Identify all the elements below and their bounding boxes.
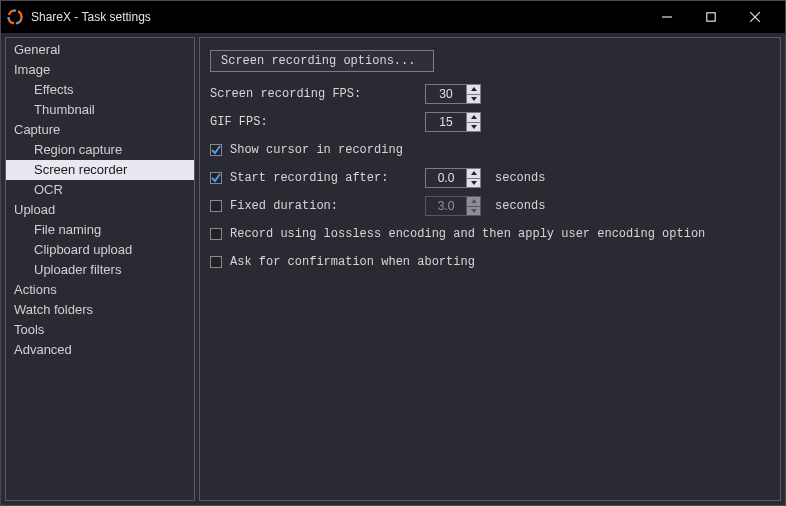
titlebar: ShareX - Task settings xyxy=(1,1,785,33)
spinner-up-icon[interactable] xyxy=(467,113,480,123)
spinner-up-icon xyxy=(467,197,480,207)
svg-marker-11 xyxy=(471,181,477,185)
tree-item-thumbnail[interactable]: Thumbnail xyxy=(6,100,194,120)
tree-item-actions[interactable]: Actions xyxy=(6,280,194,300)
lossless-checkbox[interactable] xyxy=(210,228,222,240)
settings-tree[interactable]: GeneralImageEffectsThumbnailCaptureRegio… xyxy=(5,37,195,501)
fixed-duration-label: Fixed duration: xyxy=(230,199,338,213)
tree-item-ocr[interactable]: OCR xyxy=(6,180,194,200)
tree-item-screen-recorder[interactable]: Screen recorder xyxy=(6,160,194,180)
spinner-up-icon[interactable] xyxy=(467,85,480,95)
svg-marker-10 xyxy=(471,171,477,175)
start-after-suffix: seconds xyxy=(495,171,545,185)
confirm-abort-label: Ask for confirmation when aborting xyxy=(230,255,475,269)
confirm-abort-checkbox[interactable] xyxy=(210,256,222,268)
tree-item-advanced[interactable]: Advanced xyxy=(6,340,194,360)
maximize-button[interactable] xyxy=(689,1,733,33)
svg-rect-3 xyxy=(707,13,715,21)
tree-item-tools[interactable]: Tools xyxy=(6,320,194,340)
minimize-button[interactable] xyxy=(645,1,689,33)
close-button[interactable] xyxy=(733,1,777,33)
tree-item-effects[interactable]: Effects xyxy=(6,80,194,100)
svg-marker-6 xyxy=(471,87,477,91)
gif-fps-label: GIF FPS: xyxy=(210,115,425,129)
svg-marker-7 xyxy=(471,97,477,101)
spinner-down-icon[interactable] xyxy=(467,95,480,104)
tree-item-region-capture[interactable]: Region capture xyxy=(6,140,194,160)
tree-item-image[interactable]: Image xyxy=(6,60,194,80)
tree-item-watch-folders[interactable]: Watch folders xyxy=(6,300,194,320)
start-after-checkbox[interactable] xyxy=(210,172,222,184)
fps-label: Screen recording FPS: xyxy=(210,87,425,101)
app-logo-icon xyxy=(7,9,23,25)
svg-marker-8 xyxy=(471,115,477,119)
spinner-up-icon[interactable] xyxy=(467,169,480,179)
show-cursor-checkbox[interactable] xyxy=(210,144,222,156)
gif-fps-value: 15 xyxy=(426,113,466,131)
show-cursor-label: Show cursor in recording xyxy=(230,143,403,157)
fixed-duration-suffix: seconds xyxy=(495,199,545,213)
start-after-value: 0.0 xyxy=(426,169,466,187)
tree-item-upload[interactable]: Upload xyxy=(6,200,194,220)
tree-item-capture[interactable]: Capture xyxy=(6,120,194,140)
fixed-duration-checkbox[interactable] xyxy=(210,200,222,212)
screen-recorder-panel: Screen recording options... Screen recor… xyxy=(199,37,781,501)
spinner-down-icon[interactable] xyxy=(467,179,480,188)
tree-item-file-naming[interactable]: File naming xyxy=(6,220,194,240)
svg-point-0 xyxy=(9,11,22,24)
start-after-label: Start recording after: xyxy=(230,171,388,185)
tree-item-clipboard-upload[interactable]: Clipboard upload xyxy=(6,240,194,260)
tree-item-general[interactable]: General xyxy=(6,40,194,60)
svg-marker-12 xyxy=(471,199,477,203)
fps-spinner[interactable]: 30 xyxy=(425,84,481,104)
svg-marker-13 xyxy=(471,209,477,213)
gif-fps-spinner[interactable]: 15 xyxy=(425,112,481,132)
svg-marker-9 xyxy=(471,125,477,129)
tree-item-uploader-filters[interactable]: Uploader filters xyxy=(6,260,194,280)
recording-options-button[interactable]: Screen recording options... xyxy=(210,50,434,72)
window-title: ShareX - Task settings xyxy=(31,10,151,24)
spinner-down-icon[interactable] xyxy=(467,123,480,132)
lossless-label: Record using lossless encoding and then … xyxy=(230,227,705,241)
fixed-duration-value: 3.0 xyxy=(426,197,466,215)
start-after-spinner[interactable]: 0.0 xyxy=(425,168,481,188)
fps-value: 30 xyxy=(426,85,466,103)
spinner-down-icon xyxy=(467,207,480,216)
fixed-duration-spinner: 3.0 xyxy=(425,196,481,216)
